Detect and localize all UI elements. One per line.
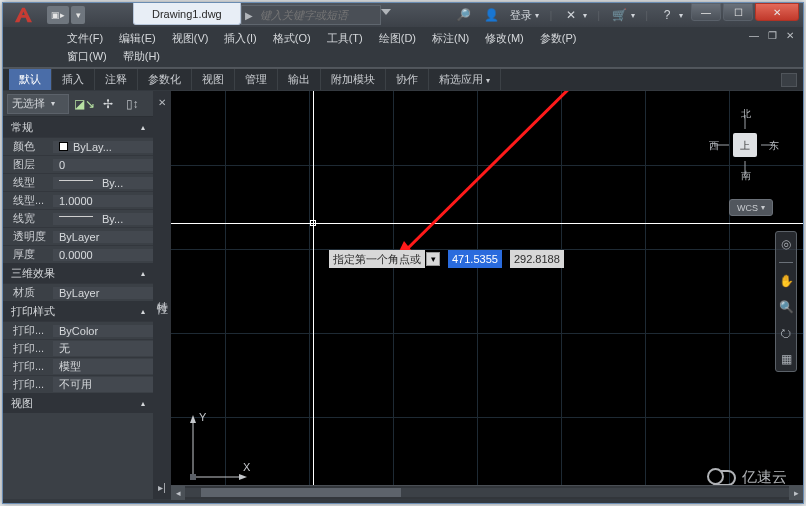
palette-autohide-icon[interactable]: ▸| — [158, 482, 166, 493]
palette-title-bar[interactable]: ✕ 特性 ▸| — [153, 91, 171, 499]
workspace: 无选择▾ ◪↘ ✢ ▯↕ 常规▴颜色ByLay...图层0线型By...线型..… — [3, 91, 803, 499]
menu-draw[interactable]: 绘图(D) — [371, 29, 424, 47]
palette-toolbar: 无选择▾ ◪↘ ✢ ▯↕ — [3, 91, 153, 117]
ribbon-tabs: 默认 插入 注释 参数化 视图 管理 输出 附加模块 协作 精选应用▾ — [3, 68, 803, 90]
menu-insert[interactable]: 插入(I) — [216, 29, 264, 47]
ribbon-tab-parametric[interactable]: 参数化 — [138, 69, 192, 90]
nav-showmotion-icon[interactable]: ▦ — [778, 351, 794, 367]
property-row[interactable]: 线宽By... — [3, 209, 153, 227]
svg-text:东: 东 — [769, 140, 779, 151]
ribbon-tab-default[interactable]: 默认 — [9, 69, 52, 90]
property-row[interactable]: 颜色ByLay... — [3, 137, 153, 155]
dynamic-input-prompt: 指定第一个角点或 — [329, 250, 425, 268]
doc-restore-button[interactable]: ❐ — [765, 29, 779, 41]
binoculars-icon[interactable]: 🔎 — [454, 6, 472, 24]
cart-icon[interactable]: 🛒 — [610, 6, 628, 24]
viewcube[interactable]: 北 南 西 东 上 — [709, 109, 781, 181]
ribbon-tab-output[interactable]: 输出 — [278, 69, 321, 90]
ucs-icon[interactable]: Y X — [181, 409, 261, 489]
help-search-input[interactable] — [256, 9, 380, 21]
selection-combo[interactable]: 无选择▾ — [7, 94, 69, 114]
ribbon-tab-featured[interactable]: 精选应用▾ — [429, 69, 501, 90]
menu-edit[interactable]: 编辑(E) — [111, 29, 164, 47]
nav-zoom-icon[interactable]: 🔍 — [778, 299, 794, 315]
qat-dropdown[interactable]: ▾ — [71, 6, 85, 24]
ribbon-tab-addins[interactable]: 附加模块 — [321, 69, 386, 90]
property-row[interactable]: 材质ByLayer — [3, 283, 153, 301]
document-title: Drawing1.dwg — [133, 3, 241, 25]
help-icon[interactable]: ? — [658, 6, 676, 24]
nav-pan-icon[interactable]: ✋ — [778, 273, 794, 289]
property-row[interactable]: 厚度0.0000 — [3, 245, 153, 263]
drawing-canvas[interactable]: 指定第一个角点或 ▾ 471.5355 292.8188 Y X 北 南 西 — [171, 91, 803, 499]
doc-close-button[interactable]: ✕ — [783, 29, 797, 41]
menu-format[interactable]: 格式(O) — [265, 29, 319, 47]
crosshair-pickbox — [310, 220, 316, 226]
property-row[interactable]: 线型By... — [3, 173, 153, 191]
pickadd-toggle-icon[interactable]: ▯↕ — [123, 95, 141, 113]
exchange-icon[interactable]: ✕ — [562, 6, 580, 24]
signin-dropdown-icon[interactable]: ▾ — [535, 11, 539, 20]
scroll-left-button[interactable]: ◂ — [171, 486, 185, 500]
menu-tools[interactable]: 工具(T) — [319, 29, 371, 47]
cart-dropdown-icon[interactable]: ▾ — [631, 11, 635, 20]
property-row[interactable]: 打印...ByColor — [3, 321, 153, 339]
qat-open-button[interactable]: ▣▸ — [47, 6, 69, 24]
horizontal-scrollbar[interactable]: ◂ ▸ — [171, 485, 803, 499]
ribbon-tab-manage[interactable]: 管理 — [235, 69, 278, 90]
property-section-header[interactable]: 打印样式▴ — [3, 301, 153, 321]
property-row[interactable]: 打印...不可用 — [3, 375, 153, 393]
menu-view[interactable]: 视图(V) — [164, 29, 217, 47]
menu-help[interactable]: 帮助(H) — [115, 47, 168, 65]
exchange-dropdown-icon[interactable]: ▾ — [583, 11, 587, 20]
wcs-dropdown[interactable]: WCS — [729, 199, 773, 216]
menu-dimension[interactable]: 标注(N) — [424, 29, 477, 47]
help-search-box[interactable]: ▶ — [241, 5, 381, 25]
palette-title-label: 特性 — [155, 293, 170, 297]
menu-file[interactable]: 文件(F) — [59, 29, 111, 47]
property-section-header[interactable]: 常规▴ — [3, 117, 153, 137]
quick-select-icon[interactable]: ◪↘ — [75, 95, 93, 113]
nav-orbit-icon[interactable]: ⭮ — [778, 325, 794, 341]
select-objects-icon[interactable]: ✢ — [99, 95, 117, 113]
property-section-header[interactable]: 三维效果▴ — [3, 263, 153, 283]
menu-window[interactable]: 窗口(W) — [59, 47, 115, 65]
dynamic-input-expand-icon[interactable]: ▾ — [426, 252, 440, 266]
menu-parametric[interactable]: 参数(P) — [532, 29, 585, 47]
app-window: ▣▸ ▾ Drawing1.dwg ▶ 🔎 👤 登录 ▾ | ✕ ▾ | 🛒 ▾… — [2, 2, 804, 504]
ribbon-tab-view[interactable]: 视图 — [192, 69, 235, 90]
navigation-bar: ◎ ✋ 🔍 ⭮ ▦ — [775, 231, 797, 372]
svg-marker-5 — [239, 474, 247, 480]
ribbon-tab-collab[interactable]: 协作 — [386, 69, 429, 90]
ribbon-tab-annotate[interactable]: 注释 — [95, 69, 138, 90]
signin-label[interactable]: 登录 — [510, 8, 532, 23]
scroll-right-button[interactable]: ▸ — [789, 486, 803, 500]
nav-fullwheel-icon[interactable]: ◎ — [778, 236, 794, 252]
doc-minimize-button[interactable]: — — [747, 29, 761, 41]
ribbon-tab-insert[interactable]: 插入 — [52, 69, 95, 90]
help-dropdown-icon[interactable]: ▾ — [679, 11, 683, 20]
signin-icon[interactable]: 👤 — [482, 6, 500, 24]
property-row[interactable]: 线型...1.0000 — [3, 191, 153, 209]
dynamic-input-y[interactable]: 292.8188 — [510, 250, 564, 268]
property-row[interactable]: 打印...模型 — [3, 357, 153, 375]
cloud-icon — [713, 470, 736, 486]
app-logo[interactable] — [3, 3, 43, 27]
svg-text:西: 西 — [709, 140, 719, 151]
svg-marker-4 — [190, 415, 196, 423]
window-controls: — ☐ ✕ — [691, 3, 799, 21]
scroll-thumb[interactable] — [201, 488, 401, 497]
property-row[interactable]: 打印...无 — [3, 339, 153, 357]
menu-modify[interactable]: 修改(M) — [477, 29, 532, 47]
svg-text:X: X — [243, 461, 251, 473]
close-button[interactable]: ✕ — [755, 3, 799, 21]
palette-close-icon[interactable]: ✕ — [158, 97, 166, 108]
property-row[interactable]: 透明度ByLayer — [3, 227, 153, 245]
property-row[interactable]: 图层0 — [3, 155, 153, 173]
ribbon-collapse-button[interactable] — [781, 73, 797, 87]
search-dropdown-icon[interactable] — [381, 9, 391, 15]
property-section-header[interactable]: 视图▴ — [3, 393, 153, 413]
minimize-button[interactable]: — — [691, 3, 721, 21]
maximize-button[interactable]: ☐ — [723, 3, 753, 21]
dynamic-input-x[interactable]: 471.5355 — [448, 250, 502, 268]
